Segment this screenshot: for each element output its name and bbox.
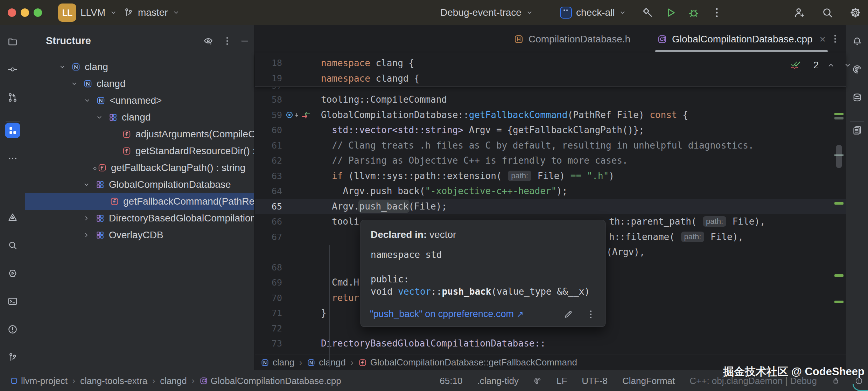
minimize-window-button[interactable] [21, 8, 29, 17]
code-line[interactable]: 61 // Clang treats .h files as C by defa… [255, 138, 846, 153]
tree-item[interactable]: <unnamed> [25, 92, 254, 109]
status-path-item[interactable]: clangd [160, 376, 187, 386]
line-number[interactable]: 66 [261, 214, 282, 229]
code-line[interactable]: 18namespace clang { [255, 55, 846, 71]
tree-item[interactable]: OverlayCDB [25, 227, 254, 243]
debug-button[interactable] [687, 6, 700, 19]
chevron-down-icon[interactable] [83, 97, 91, 104]
tree-item[interactable]: getFallbackClangPath() : string [25, 159, 254, 176]
status-path-item[interactable]: GlobalCompilationDatabase.cpp [200, 376, 341, 386]
tree-item[interactable]: getStandardResourceDir() : string [25, 143, 254, 159]
code-line[interactable]: 63 if (llvm::sys::path::extension( path:… [255, 169, 846, 184]
tree-item[interactable]: DirectoryBasedGlobalCompilationDataba [25, 210, 254, 227]
tab-compilationdatabase-h[interactable]: CompilationDatabase.h [514, 25, 630, 53]
code-with-me-button[interactable] [793, 6, 806, 19]
hide-panel-icon[interactable] [239, 36, 250, 46]
tree-item[interactable]: clangd [25, 109, 254, 126]
chevron-right-icon[interactable] [83, 231, 90, 239]
line-number[interactable]: 61 [261, 138, 282, 153]
overridden-marker-icon[interactable] [285, 110, 294, 119]
search-everywhere-button[interactable] [821, 6, 834, 19]
chevron-down-icon[interactable] [70, 80, 78, 88]
settings-button[interactable] [849, 6, 862, 19]
implements-arrow-icon[interactable] [293, 112, 300, 119]
code-line[interactable]: 58tooling::CompileCommand [255, 92, 846, 108]
line-number[interactable]: 18 [261, 55, 282, 71]
status-path-item[interactable]: clang-tools-extra [80, 376, 147, 386]
panel-options-icon[interactable] [222, 36, 232, 46]
run-button[interactable] [664, 6, 677, 19]
chevron-down-icon[interactable] [58, 63, 66, 71]
tree-item[interactable]: GlobalCompilationDatabase [25, 176, 254, 193]
build-tool[interactable] [5, 210, 20, 225]
database-tool[interactable] [849, 90, 865, 105]
git-tool[interactable] [5, 350, 20, 365]
services-tool[interactable] [5, 266, 20, 281]
tree-item-selected[interactable]: getFallbackCommand(PathRef) const [25, 193, 254, 210]
branch-widget[interactable]: master [123, 0, 180, 25]
documentation-tool[interactable] [849, 123, 865, 138]
chevron-down-icon[interactable] [96, 114, 103, 121]
line-number[interactable]: 65 [261, 199, 282, 214]
line-number[interactable]: 62 [261, 153, 282, 169]
line-number[interactable]: 60 [261, 123, 282, 138]
tree-item[interactable]: clang [25, 59, 254, 75]
status-path-item[interactable]: llvm-project [10, 376, 68, 386]
build-target-select[interactable]: check-all [560, 0, 626, 25]
encoding[interactable]: UTF-8 [582, 376, 608, 386]
edit-icon[interactable] [563, 309, 574, 320]
code-line[interactable]: 60 std::vector<std::string> Argv = {getF… [255, 123, 846, 138]
close-window-button[interactable] [8, 8, 16, 17]
find-tool[interactable] [5, 238, 20, 253]
breadcrumb-item[interactable]: GlobalCompilationDatabase::getFallbackCo… [370, 357, 577, 368]
line-number[interactable]: 59 [261, 108, 282, 123]
chevron-down-icon[interactable] [83, 181, 90, 188]
build-button[interactable] [641, 6, 654, 19]
notifications-tool[interactable] [849, 34, 865, 49]
tab-globalcompilationdatabase-cpp[interactable]: GlobalCompilationDatabase.cpp× [657, 25, 826, 53]
tab-options-icon[interactable] [830, 34, 840, 44]
popup-more-icon[interactable] [586, 309, 596, 320]
caret-position[interactable]: 65:10 [440, 376, 462, 386]
line-number[interactable]: 63 [261, 169, 282, 184]
scrollbar-thumb[interactable] [836, 145, 842, 168]
clang-tidy-status[interactable]: .clang-tidy [477, 376, 519, 386]
ai-status[interactable] [533, 377, 542, 385]
formatter-status[interactable]: ClangFormat [622, 376, 675, 386]
code-line[interactable]: 59GlobalCompilationDatabase::getFallback… [255, 108, 846, 123]
code-line[interactable]: 64 Argv.push_back("-xobjective-c++-heade… [255, 184, 846, 199]
chevron-right-icon[interactable] [83, 214, 90, 222]
tree-item[interactable]: adjustArguments(CompileComman [25, 126, 254, 143]
previous-problem-icon[interactable] [826, 61, 835, 70]
code-line[interactable]: 73DirectoryBasedGlobalCompilationDatabas… [255, 336, 846, 351]
line-number[interactable]: 70 [261, 290, 282, 306]
recursive-call-icon[interactable] [301, 110, 311, 120]
structure-tool[interactable] [5, 123, 20, 138]
code-line[interactable]: 19namespace clangd { [255, 71, 846, 86]
pull-requests-tool[interactable] [5, 90, 20, 105]
close-icon[interactable]: × [820, 33, 826, 45]
inspections-widget[interactable]: 2 [790, 59, 852, 71]
line-number[interactable]: 58 [261, 92, 282, 108]
cppreference-link[interactable]: "push_back" on cppreference.com [370, 309, 514, 320]
line-number[interactable]: 19 [261, 71, 282, 86]
tree-item[interactable]: clangd [25, 75, 254, 92]
commit-tool[interactable] [5, 62, 20, 77]
breadcrumb-item[interactable]: clangd [319, 357, 346, 368]
line-number[interactable]: 68 [261, 260, 282, 275]
more-tools[interactable] [5, 151, 20, 166]
line-number[interactable]: 69 [261, 275, 282, 290]
code-line[interactable]: 65 Argv.push_back(File); [255, 199, 846, 214]
line-number[interactable]: 64 [261, 184, 282, 199]
run-configuration-select[interactable]: Debug-event-trace [440, 0, 533, 25]
breadcrumb-item[interactable]: clang [273, 357, 294, 368]
next-problem-icon[interactable] [843, 61, 852, 70]
terminal-tool[interactable] [5, 294, 20, 309]
line-number[interactable]: 73 [261, 336, 282, 351]
line-number[interactable]: 72 [261, 321, 282, 336]
project-tool[interactable] [5, 34, 20, 49]
line-ending[interactable]: LF [556, 376, 567, 386]
problems-tool[interactable] [5, 322, 20, 337]
line-number[interactable]: 71 [261, 306, 282, 321]
view-options-icon[interactable] [203, 36, 214, 46]
